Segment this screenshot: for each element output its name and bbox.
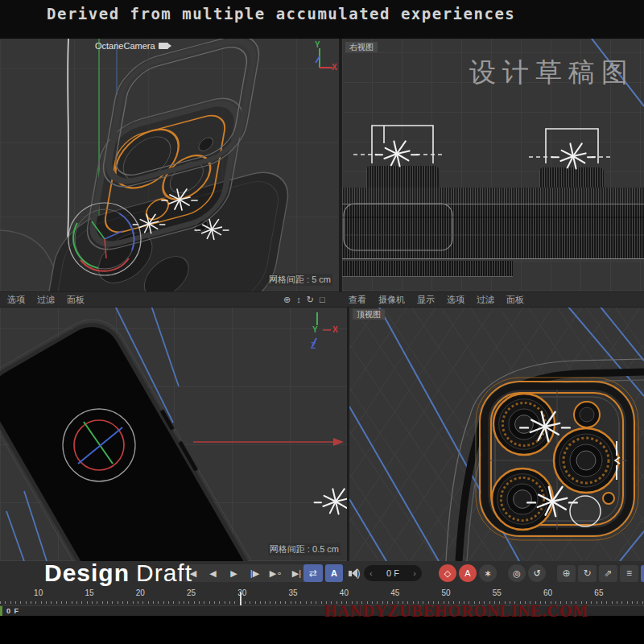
previous-key-button[interactable]: ◀	[204, 564, 222, 582]
sketch-star	[552, 143, 595, 168]
menu-item[interactable]: 摄像机	[378, 294, 405, 306]
grid-spacing-label: 网格间距 : 5 cm	[267, 274, 332, 286]
pan-icon[interactable]: ⊕	[283, 295, 291, 305]
grid-spacing-label: 网格间距 : 0.5 cm	[268, 543, 341, 555]
menu-item[interactable]: 面板	[67, 294, 85, 306]
key-position-toggle[interactable]: ⊕	[557, 565, 576, 582]
timeline-bar: DesignDraft |◀◀▶|▶▶∘▶| ⇄ A ) ‹ 0 F › ◇A∗…	[0, 561, 644, 588]
menu-item[interactable]: 显示	[417, 294, 435, 306]
design-draft-caption: DesignDraft	[44, 559, 192, 587]
axis-y-label: Y	[315, 40, 320, 49]
perspective-canvas	[0, 39, 339, 291]
volume-icon[interactable]: )	[345, 564, 363, 582]
play-sound-button[interactable]: ▶∘	[266, 564, 285, 582]
axis-gizmo-circle	[63, 409, 135, 481]
sketch-star	[315, 489, 347, 514]
viewport-front-view[interactable]: Y X Z	[0, 306, 347, 561]
dolly-icon[interactable]: ↕	[296, 295, 301, 304]
viewport-label: 右视图	[345, 42, 378, 52]
play-forwards-button[interactable]: ▶	[225, 564, 243, 582]
viewport-menubar: 选项过滤面板 ⊕↕↻□ 查看摄像机显示选项过滤面板	[0, 291, 644, 308]
ruler-tick-label: 40	[319, 588, 369, 597]
ruler-tick-label: 30	[217, 588, 267, 597]
ruler-tick-label: 25	[166, 588, 217, 597]
ruler-tick-label: 50	[420, 588, 471, 597]
loop-playback-button[interactable]: ⇄	[303, 564, 323, 582]
phone-silhouette	[0, 308, 319, 561]
keying-settings-button[interactable]: ∗	[479, 564, 497, 582]
lens-top-left	[493, 394, 555, 455]
menu-item[interactable]: 面板	[506, 294, 524, 306]
key-pla-toggle[interactable]: ✎	[641, 565, 644, 582]
menu-item[interactable]: 过滤	[477, 294, 494, 306]
front-view-canvas	[0, 306, 347, 561]
playhead-bar	[0, 606, 2, 616]
axis-x-label: X	[332, 325, 338, 334]
top-view-canvas	[349, 306, 644, 561]
ruler-tick-label: 10	[13, 588, 64, 597]
current-frame-indicator[interactable]: 0 F	[0, 606, 19, 616]
autokey-overlay-button[interactable]: A	[325, 564, 343, 582]
ruler-tick-label: 45	[369, 588, 420, 597]
frame-increment-arrow[interactable]: ›	[413, 568, 416, 578]
caption-bold: Design	[44, 559, 130, 586]
x-axis-arrow	[193, 438, 344, 446]
menu-item[interactable]: 查看	[349, 294, 366, 306]
axis-x-label: X	[332, 63, 337, 72]
header-title: Derived from multiple accumulated experi…	[47, 5, 515, 23]
viewport-perspective[interactable]: OctaneCamera Y X	[0, 39, 339, 291]
keyframe-selection-button[interactable]: ◎	[508, 564, 526, 582]
camera-name: OctaneCamera	[95, 41, 155, 51]
orbit-icon[interactable]: ↻	[307, 295, 314, 305]
key-scale-toggle[interactable]: ⇗	[599, 565, 617, 582]
camera-label: OctaneCamera	[95, 41, 168, 51]
ruler-numbers: 101520253035404550556065	[13, 588, 625, 597]
viewport-nav-icons: ⊕↕↻□	[283, 292, 325, 307]
ruler-tick-label: 35	[267, 588, 318, 597]
ruler-tick-label: 55	[472, 588, 522, 597]
lidar-dot	[603, 493, 614, 504]
lens-right	[554, 428, 618, 493]
next-frame-button[interactable]: |▶	[246, 564, 264, 582]
frame-decrement-arrow[interactable]: ‹	[369, 568, 373, 578]
menu-item[interactable]: 选项	[447, 294, 464, 306]
timeline-marker[interactable]	[240, 592, 242, 605]
ruler-tick-label: 20	[115, 588, 166, 597]
axis-z-label: Z	[311, 341, 316, 350]
record-keyframe-button[interactable]: ◇	[439, 564, 456, 582]
viewport-top-view[interactable]: 顶视图	[349, 306, 644, 561]
key-rotation-toggle[interactable]: ↻	[578, 565, 597, 582]
camera-module	[476, 378, 638, 540]
current-frame-label: 0 F	[6, 607, 19, 615]
ruler-tick-label: 65	[573, 588, 624, 597]
autokeying-button[interactable]: A	[459, 564, 477, 582]
transport-controls: |◀◀▶|▶▶∘▶|	[183, 564, 306, 582]
ruler-tick-label: 60	[522, 588, 573, 597]
current-frame-field[interactable]: ‹ 0 F ›	[364, 565, 422, 581]
frame-value: 0 F	[386, 568, 399, 578]
viewport-menu-right: 查看摄像机显示选项过滤面板	[349, 292, 524, 307]
key-interpolation-button[interactable]: ↺	[528, 564, 546, 582]
watermark-text: HANDYZUBEHORONLINE.COM	[324, 602, 588, 621]
keyframe-buttons: ◇A∗◎↺⊕↻⇗≡✎	[439, 564, 644, 582]
sketch-star	[376, 141, 419, 166]
maximize-viewport-icon[interactable]: □	[320, 295, 325, 304]
viewport-grid: OctaneCamera Y X	[0, 39, 644, 561]
menu-item[interactable]: 过滤	[37, 294, 55, 306]
key-parameter-toggle[interactable]: ≡	[620, 565, 638, 582]
axis-y-label: Y	[312, 325, 318, 334]
viewport-right-view[interactable]: 右视图 设计草稿图	[342, 39, 644, 291]
ruler-tick-label: 15	[64, 588, 114, 597]
viewport-label: 顶视图	[353, 309, 385, 320]
header-bar: Derived from multiple accumulated experi…	[0, 0, 644, 39]
lens-bottom-left	[492, 469, 553, 530]
sketch-caption: 设计草稿图	[469, 55, 634, 91]
viewport-menu-left: 选项过滤面板	[7, 292, 85, 307]
camera-icon	[159, 43, 168, 49]
menu-item[interactable]: 选项	[7, 294, 25, 306]
sketch-circle	[570, 496, 601, 526]
goto-start-button[interactable]: |◀	[183, 564, 201, 582]
